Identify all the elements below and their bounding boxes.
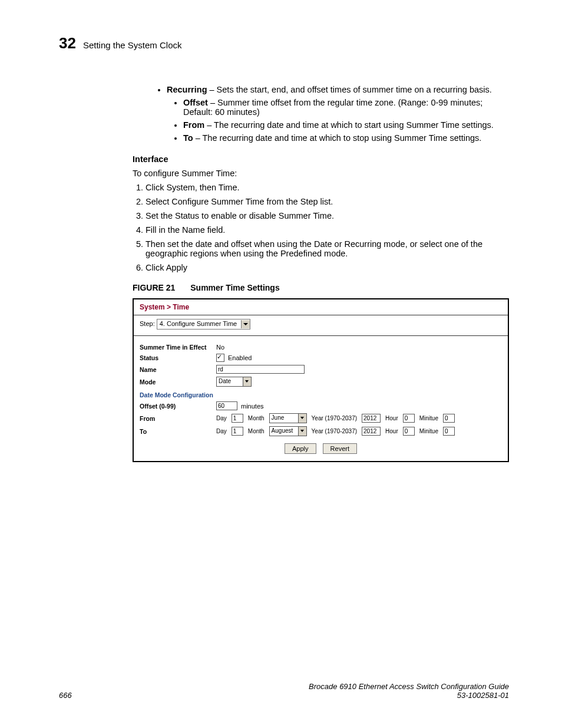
- to-day-input[interactable]: 1: [232, 427, 243, 436]
- to-year-input[interactable]: 2012: [362, 427, 381, 436]
- minute-label: Minitue: [419, 415, 438, 421]
- hour-label: Hour: [385, 428, 398, 434]
- screenshot-panel: System > Time Step: 4. Configure Summer …: [133, 298, 509, 462]
- summer-in-effect-value: No: [216, 344, 224, 351]
- offset-input[interactable]: 60: [216, 401, 237, 410]
- from-year-input[interactable]: 2012: [362, 414, 381, 423]
- chevron-down-icon[interactable]: [241, 320, 250, 328]
- day-label: Day: [216, 415, 227, 421]
- page-header: 32 Setting the System Clock: [59, 34, 509, 52]
- page-number: 666: [59, 691, 72, 700]
- from-month-select[interactable]: June: [269, 413, 307, 423]
- step-4: Fill in the Name field.: [146, 225, 509, 235]
- hour-label: Hour: [385, 415, 398, 421]
- term-offset: Offset: [183, 98, 208, 107]
- day-label: Day: [216, 428, 227, 434]
- offset-label: Offset (0-99): [140, 403, 216, 410]
- breadcrumb: System > Time: [134, 299, 508, 315]
- interface-intro: To configure Summer Time:: [133, 169, 509, 178]
- bullet-list-inner: Offset – Summer time offset from the reg…: [167, 98, 509, 143]
- step-2: Select Configure Summer Time from the St…: [146, 197, 509, 206]
- revert-button[interactable]: Revert: [323, 443, 357, 454]
- to-hour-input[interactable]: 0: [403, 427, 415, 436]
- figure-label: FIGURE 21: [133, 283, 175, 292]
- mode-select[interactable]: Date: [216, 377, 252, 387]
- bullet-recurring: Recurring – Sets the start, end, and off…: [167, 85, 509, 143]
- term-recurring: Recurring: [167, 85, 207, 94]
- from-day-input[interactable]: 1: [232, 414, 243, 423]
- bullet-offset: Offset – Summer time offset from the reg…: [183, 98, 509, 117]
- step-selector-row: Step: 4. Configure Summer Time: [134, 315, 508, 336]
- status-value: Enabled: [228, 354, 252, 361]
- from-minute-input[interactable]: 0: [443, 414, 455, 423]
- to-minute-input[interactable]: 0: [443, 427, 455, 436]
- status-label: Status: [140, 354, 216, 361]
- chevron-down-icon[interactable]: [298, 427, 306, 436]
- summer-in-effect-label: Summer Time in Effect: [140, 344, 216, 351]
- mode-value: Date: [217, 377, 243, 386]
- to-label: To: [140, 428, 216, 435]
- interface-heading: Interface: [133, 154, 509, 164]
- year-label: Year (1970-2037): [312, 428, 357, 434]
- from-label: From: [140, 415, 216, 422]
- page-footer: 666 Brocade 6910 Ethernet Access Switch …: [59, 682, 509, 700]
- bullet-from: From – The recurring date and time at wh…: [183, 120, 509, 130]
- mode-label: Mode: [140, 378, 216, 386]
- chapter-title: Setting the System Clock: [83, 40, 182, 50]
- footer-docnum: 53-1002581-01: [457, 691, 509, 700]
- offset-unit: minutes: [241, 403, 264, 410]
- chevron-down-icon[interactable]: [298, 414, 306, 423]
- steps-list: Click System, then Time. Select Configur…: [133, 183, 509, 272]
- month-label: Month: [248, 428, 265, 434]
- chapter-number: 32: [59, 34, 76, 52]
- step-5: Then set the date and offset when using …: [146, 239, 509, 258]
- apply-button[interactable]: Apply: [285, 443, 316, 454]
- from-month-value: June: [270, 414, 298, 423]
- year-label: Year (1970-2037): [312, 415, 357, 421]
- minute-label: Minitue: [419, 428, 438, 434]
- bullet-list-outer: Recurring – Sets the start, end, and off…: [156, 85, 509, 143]
- month-label: Month: [248, 415, 265, 421]
- to-month-select[interactable]: Auguest: [269, 426, 307, 436]
- term-to: To: [183, 133, 193, 143]
- status-checkbox[interactable]: [216, 354, 224, 362]
- bullet-to: To – The recurring date and time at whic…: [183, 133, 509, 143]
- step-select[interactable]: 4. Configure Summer Time: [157, 319, 251, 330]
- name-input[interactable]: rd: [216, 365, 305, 374]
- step-label: Step:: [140, 320, 155, 327]
- step-select-value: 4. Configure Summer Time: [157, 319, 239, 328]
- from-hour-input[interactable]: 0: [403, 414, 415, 423]
- date-mode-heading: Date Mode Configuration: [140, 391, 502, 398]
- name-label: Name: [140, 366, 216, 373]
- step-3: Set the Status to enable or disable Summ…: [146, 211, 509, 220]
- step-6: Click Apply: [146, 263, 509, 272]
- term-from: From: [183, 120, 204, 130]
- chevron-down-icon[interactable]: [243, 377, 251, 386]
- to-month-value: Auguest: [270, 427, 298, 436]
- figure-caption: FIGURE 21 Summer Time Settings: [133, 283, 509, 292]
- figure-title: Summer Time Settings: [190, 283, 279, 292]
- footer-title: Brocade 6910 Ethernet Access Switch Conf…: [309, 682, 509, 691]
- step-1: Click System, then Time.: [146, 183, 509, 192]
